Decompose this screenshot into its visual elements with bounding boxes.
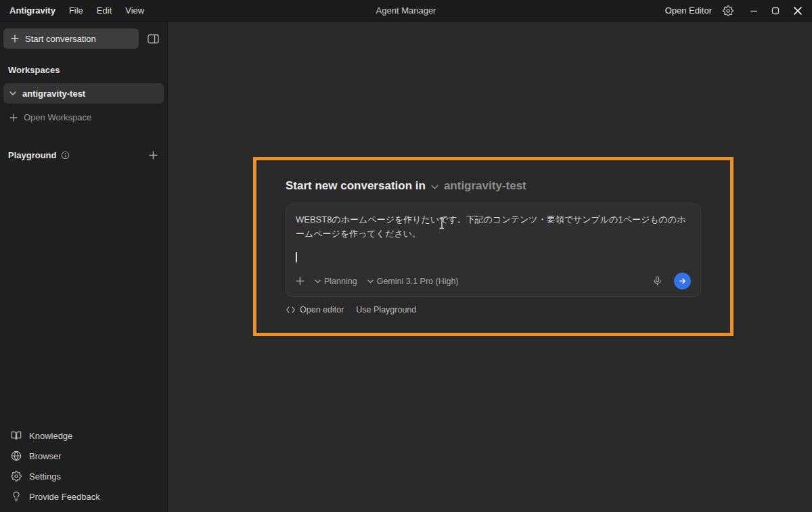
menubar: Antigravity File Edit View (7, 5, 144, 16)
open-workspace-button[interactable]: Open Workspace (0, 103, 167, 131)
sidebar-item-workspace-antigravity-test[interactable]: antigravity-test (3, 83, 164, 103)
menu-edit[interactable]: Edit (97, 5, 112, 16)
sidebar-item-label: Settings (29, 471, 61, 482)
sidebar-item-knowledge[interactable]: Knowledge (0, 425, 167, 446)
plus-icon (149, 151, 158, 160)
app-body: Start conversation Workspaces antigravit… (0, 22, 812, 512)
close-icon (793, 6, 803, 16)
globe-icon (11, 450, 22, 461)
window-controls (750, 6, 805, 16)
chevron-down-icon (315, 279, 321, 283)
open-workspace-label: Open Workspace (24, 112, 91, 122)
sidebar-item-provide-feedback[interactable]: Provide Feedback (0, 486, 167, 507)
mode-dropdown[interactable]: Planning (315, 277, 357, 286)
model-label: Gemini 3.1 Pro (High) (377, 277, 459, 286)
titlebar: Antigravity File Edit View Agent Manager… (0, 0, 812, 22)
microphone-button[interactable] (652, 276, 662, 286)
main-area: Start new conversation in antigravity-te… (168, 22, 812, 512)
composer-toolbar: Planning Gemini 3.1 Pro (High) (296, 266, 691, 289)
chevron-down-icon[interactable] (431, 185, 438, 189)
sidebar-item-browser[interactable]: Browser (0, 446, 167, 466)
sidebar-footer: Knowledge Browser Settings Provide Feedb… (0, 421, 167, 512)
minimize-icon (750, 7, 758, 15)
mode-label: Planning (324, 277, 357, 286)
menu-file[interactable]: File (69, 5, 83, 16)
model-dropdown[interactable]: Gemini 3.1 Pro (High) (367, 277, 459, 286)
sidebar-item-settings[interactable]: Settings (0, 466, 167, 486)
close-button[interactable] (793, 6, 803, 16)
maximize-button[interactable] (771, 7, 780, 15)
gear-icon (723, 5, 734, 16)
app-window: Antigravity File Edit View Agent Manager… (0, 0, 812, 512)
conversation-heading: Start new conversation in antigravity-te… (286, 179, 701, 193)
sidebar: Start conversation Workspaces antigravit… (0, 22, 168, 512)
workspace-selector[interactable]: antigravity-test (444, 179, 526, 193)
attach-button[interactable] (296, 277, 304, 285)
open-editor-link-label: Open editor (300, 305, 344, 315)
titlebar-right: Open Editor (665, 5, 805, 16)
text-caret (296, 252, 297, 262)
chevron-down-icon (367, 279, 374, 283)
composer-links: Open editor Use Playground (286, 305, 701, 315)
lightbulb-icon (11, 491, 22, 502)
toggle-sidebar-button[interactable] (143, 29, 163, 48)
highlight-annotation-box: Start new conversation in antigravity-te… (253, 157, 734, 336)
sidebar-top: Start conversation (0, 22, 167, 54)
playground-section-header: Playground (0, 131, 167, 164)
plus-icon (11, 34, 19, 43)
playground-heading: Playground (8, 150, 57, 160)
plus-icon (296, 277, 304, 285)
composer-text[interactable]: WEBST8のホームページを作りたいです。下記のコンテンツ・要領でサンプルの1ペ… (296, 213, 691, 241)
caret-line (296, 252, 691, 263)
gear-icon (11, 471, 22, 482)
sidebar-item-label: Browser (29, 451, 62, 461)
send-button[interactable] (674, 273, 691, 289)
minimize-button[interactable] (750, 7, 758, 15)
menu-view[interactable]: View (125, 5, 144, 16)
settings-gear-button[interactable] (723, 5, 734, 16)
code-icon (286, 306, 296, 314)
use-playground-link[interactable]: Use Playground (356, 305, 416, 315)
sidebar-item-label: Knowledge (29, 431, 72, 441)
maximize-icon (771, 7, 780, 15)
workspace-item-label: antigravity-test (22, 89, 85, 99)
chevron-down-icon (9, 91, 16, 95)
open-editor-button[interactable]: Open Editor (665, 5, 712, 16)
heading-text: Start new conversation in (286, 179, 426, 193)
add-playground-button[interactable] (149, 151, 158, 160)
plus-icon (9, 114, 18, 122)
panel-toggle-icon (148, 34, 159, 44)
microphone-icon (652, 276, 662, 286)
workspaces-heading: Workspaces (0, 54, 167, 78)
sidebar-item-label: Provide Feedback (29, 492, 100, 502)
info-icon (61, 151, 70, 160)
message-composer[interactable]: WEBST8のホームページを作りたいです。下記のコンテンツ・要領でサンプルの1ペ… (286, 204, 701, 297)
book-open-icon (11, 430, 22, 441)
menu-antigravity[interactable]: Antigravity (9, 5, 55, 16)
start-conversation-button[interactable]: Start conversation (3, 28, 139, 49)
start-conversation-label: Start conversation (25, 34, 96, 44)
arrow-right-icon (678, 277, 687, 285)
use-playground-link-label: Use Playground (356, 305, 416, 315)
window-title: Agent Manager (376, 5, 436, 16)
open-editor-link[interactable]: Open editor (286, 305, 344, 315)
